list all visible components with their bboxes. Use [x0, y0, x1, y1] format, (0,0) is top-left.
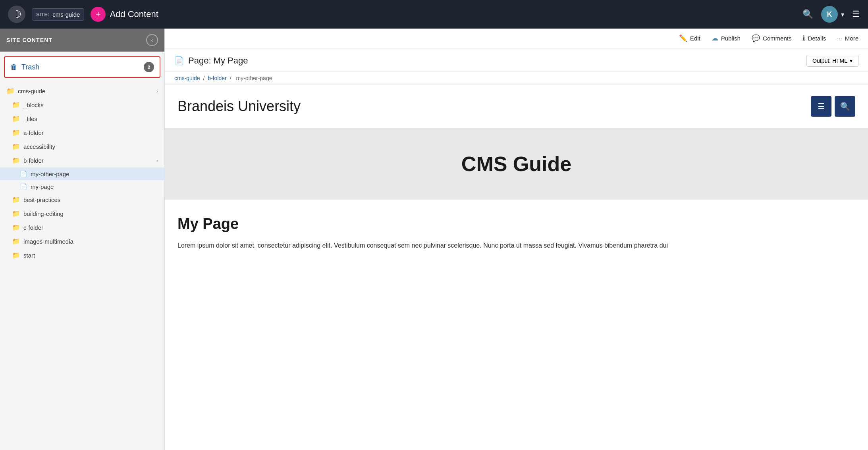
breadcrumb-cms-guide[interactable]: cms-guide [174, 75, 200, 81]
edit-icon: ✏️ [679, 34, 687, 42]
trash-item-left: 🗑 Trash [10, 63, 39, 71]
breadcrumb: cms-guide / b-folder / my-other-page [165, 72, 868, 85]
chevron-right-icon: › [156, 158, 158, 163]
comments-button[interactable]: 💬 Comments [752, 34, 792, 42]
comments-icon: 💬 [752, 34, 760, 42]
top-navigation: ☽ SITE: cms-guide + Add Content 🔍 K ▾ ☰ [0, 0, 868, 29]
hamburger-menu-button[interactable]: ☰ [852, 9, 860, 19]
tree-item-a-folder[interactable]: 📁 a-folder [0, 126, 164, 140]
site-selector[interactable]: SITE: cms-guide [32, 8, 84, 21]
trash-icon: 🗑 [10, 63, 17, 71]
content-toolbar: ✏️ Edit ☁ Publish 💬 Comments ℹ Details ·… [165, 29, 868, 48]
sidebar-header: SITE CONTENT ‹ [0, 29, 164, 52]
svg-text:☽: ☽ [12, 9, 21, 20]
top-nav-left: ☽ SITE: cms-guide + Add Content [8, 6, 158, 23]
page-heading: My Page [177, 215, 855, 233]
tree-item-my-other-page[interactable]: 📄 my-other-page [0, 167, 164, 180]
breadcrumb-separator: / [230, 75, 231, 81]
edit-label: Edit [690, 35, 700, 42]
page-title-row: 📄 Page: My Page [174, 56, 248, 66]
tree-item-files[interactable]: 📁 _files [0, 112, 164, 126]
info-icon: ℹ [802, 34, 805, 42]
publish-button[interactable]: ☁ Publish [712, 34, 741, 42]
tree-item-cms-guide[interactable]: 📁 cms-guide › [0, 84, 164, 98]
folder-icon: 📁 [12, 156, 20, 165]
publish-label: Publish [721, 35, 741, 42]
chevron-left-icon: ‹ [151, 37, 153, 43]
search-button[interactable]: 🔍 [802, 9, 813, 19]
tree-item-start[interactable]: 📁 start [0, 248, 164, 262]
university-name: Brandeis University [177, 98, 301, 115]
body-text: Lorem ipsum dolor sit amet, consectetur … [177, 240, 855, 251]
file-icon: 📄 [20, 170, 27, 177]
tree-item-b-folder[interactable]: 📁 b-folder › [0, 154, 164, 167]
page-header: 📄 Page: My Page Output: HTML ▾ [165, 48, 868, 72]
preview-header-buttons: ☰ 🔍 [811, 96, 855, 117]
folder-icon: 📁 [12, 129, 20, 137]
add-content-label: Add Content [110, 9, 158, 19]
details-label: Details [808, 35, 826, 42]
output-label: Output: HTML [812, 58, 847, 64]
trash-badge: 2 [144, 62, 154, 72]
logo[interactable]: ☽ [8, 6, 25, 23]
tree-item-building-editing[interactable]: 📁 building-editing [0, 207, 164, 221]
preview-university-header: Brandeis University ☰ 🔍 [165, 85, 868, 128]
breadcrumb-separator: / [203, 75, 204, 81]
top-nav-right: 🔍 K ▾ ☰ [802, 6, 860, 23]
tree-item-my-page[interactable]: 📄 my-page [0, 180, 164, 193]
folder-icon: 📁 [12, 223, 20, 232]
user-menu[interactable]: K ▾ [821, 6, 844, 23]
breadcrumb-b-folder[interactable]: b-folder [208, 75, 226, 81]
sidebar-collapse-button[interactable]: ‹ [146, 34, 158, 46]
folder-icon: 📁 [12, 251, 20, 260]
tree-item-best-practices[interactable]: 📁 best-practices [0, 193, 164, 207]
trash-item[interactable]: 🗑 Trash 2 [4, 56, 160, 78]
tree-item-blocks[interactable]: 📁 _blocks [0, 98, 164, 112]
file-tree: 📁 cms-guide › 📁 _blocks 📁 _files 📁 a-fol… [0, 83, 164, 450]
publish-icon: ☁ [712, 34, 718, 42]
sidebar: SITE CONTENT ‹ 🗑 Trash 2 📁 cms-guide › 📁 [0, 29, 165, 450]
document-icon: 📄 [174, 56, 184, 65]
folder-icon: 📁 [12, 142, 20, 151]
folder-icon: 📁 [12, 196, 20, 204]
folder-icon: 📁 [12, 101, 20, 109]
file-icon: 📄 [20, 183, 27, 190]
page-preview: Brandeis University ☰ 🔍 CMS Guide My Pag… [165, 85, 868, 450]
preview-menu-button[interactable]: ☰ [811, 96, 831, 117]
preview-hero: CMS Guide [165, 128, 868, 200]
edit-button[interactable]: ✏️ Edit [679, 34, 700, 42]
folder-icon: 📁 [12, 237, 20, 246]
search-icon: 🔍 [840, 102, 850, 111]
output-select[interactable]: Output: HTML ▾ [806, 55, 858, 67]
page-title: Page: My Page [188, 56, 248, 66]
more-button[interactable]: ··· More [837, 35, 858, 42]
menu-icon: ☰ [818, 102, 825, 111]
folder-icon: 📁 [12, 210, 20, 218]
add-content-button[interactable]: + Add Content [91, 7, 158, 22]
more-label: More [845, 35, 858, 42]
breadcrumb-current: my-other-page [236, 75, 272, 81]
content-area: ✏️ Edit ☁ Publish 💬 Comments ℹ Details ·… [165, 29, 868, 450]
trash-label: Trash [21, 63, 39, 71]
folder-icon: 📁 [12, 115, 20, 123]
tree-item-c-folder[interactable]: 📁 c-folder [0, 221, 164, 235]
hero-title: CMS Guide [177, 152, 855, 176]
main-layout: SITE CONTENT ‹ 🗑 Trash 2 📁 cms-guide › 📁 [0, 29, 868, 450]
preview-search-button[interactable]: 🔍 [835, 96, 855, 117]
chevron-down-icon: ▾ [850, 58, 853, 64]
site-prefix-label: SITE: [36, 12, 49, 17]
preview-body: My Page Lorem ipsum dolor sit amet, cons… [165, 200, 868, 267]
folder-icon: 📁 [6, 87, 15, 95]
details-button[interactable]: ℹ Details [802, 34, 826, 42]
tree-item-accessibility[interactable]: 📁 accessibility [0, 140, 164, 154]
ellipsis-icon: ··· [837, 35, 842, 42]
chevron-right-icon: › [156, 88, 158, 94]
chevron-down-icon: ▾ [841, 11, 844, 18]
comments-label: Comments [763, 35, 792, 42]
sidebar-title: SITE CONTENT [6, 37, 52, 43]
user-avatar[interactable]: K [821, 6, 838, 23]
plus-icon: + [91, 7, 106, 22]
tree-item-images-multimedia[interactable]: 📁 images-multimedia [0, 235, 164, 248]
site-name: cms-guide [52, 11, 80, 18]
